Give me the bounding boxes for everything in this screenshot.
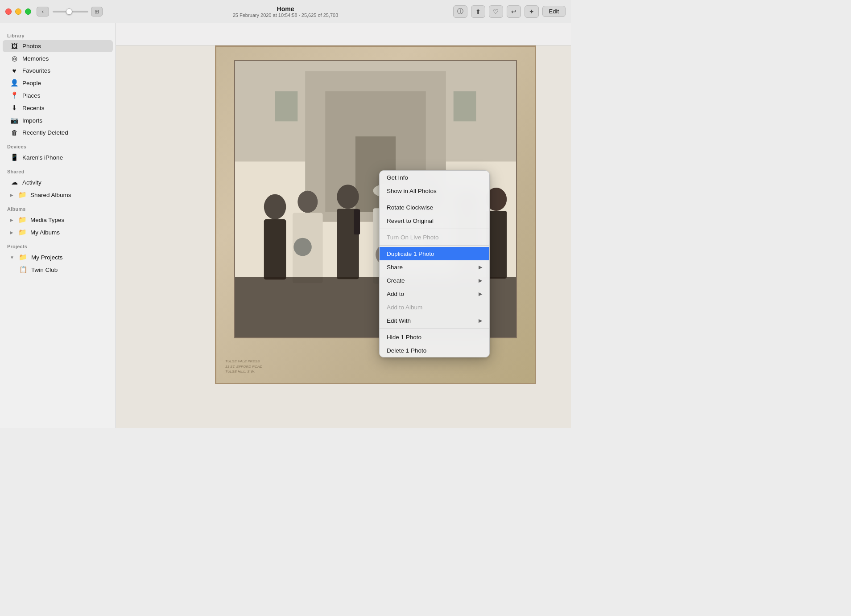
svg-point-5 bbox=[264, 194, 286, 219]
window-subtitle: 25 February 2020 at 10:54:58 · 25,625 of… bbox=[233, 12, 339, 18]
menu-item-duplicate-1-photo[interactable]: Duplicate 1 Photo bbox=[380, 247, 489, 260]
back-button[interactable]: ‹ bbox=[37, 7, 49, 16]
menu-label-rotate-clockwise: Rotate Clockwise bbox=[387, 204, 433, 211]
photo-placeholder: TULSE VALE PRESS 13 ST. EFFORD ROAD TULS… bbox=[116, 23, 571, 428]
nav-buttons: ‹ bbox=[37, 7, 49, 16]
menu-item-edit-with[interactable]: Edit With ▶ bbox=[380, 314, 489, 327]
info-button[interactable]: ⓘ bbox=[453, 5, 467, 18]
sidebar-item-my-projects[interactable]: ▼ 📁 My Projects bbox=[3, 251, 113, 263]
sidebar-label-media-types: Media Types bbox=[30, 217, 64, 223]
sidebar-item-media-types[interactable]: ▶ 📁 Media Types bbox=[3, 214, 113, 226]
main-container: Library 🖼 Photos ◎ Memories ♥ Favourites… bbox=[0, 23, 571, 428]
my-albums-expand-icon: ▶ bbox=[10, 230, 13, 235]
menu-label-add-to-album: Add to Album bbox=[387, 304, 422, 311]
menu-item-add-to[interactable]: Add to ▶ bbox=[380, 287, 489, 300]
albums-section-label: Albums bbox=[0, 201, 116, 214]
menu-item-revert-to-original[interactable]: Revert to Original bbox=[380, 214, 489, 227]
favourites-icon: ♥ bbox=[10, 67, 19, 74]
vintage-photo-label: TULSE VALE PRESS 13 ST. EFFORD ROAD TULS… bbox=[225, 359, 262, 374]
sidebar: Library 🖼 Photos ◎ Memories ♥ Favourites… bbox=[0, 23, 116, 428]
menu-item-share[interactable]: Share ▶ bbox=[380, 260, 489, 274]
memories-icon: ◎ bbox=[10, 54, 19, 62]
menu-separator-4 bbox=[380, 329, 489, 329]
menu-label-add-to: Add to bbox=[387, 291, 404, 297]
projects-section-label: Projects bbox=[0, 238, 116, 251]
menu-label-create: Create bbox=[387, 277, 405, 284]
sidebar-item-twin-club[interactable]: 📋 Twin Club bbox=[3, 263, 113, 276]
menu-separator-1 bbox=[380, 199, 489, 199]
close-button[interactable] bbox=[5, 8, 12, 15]
sidebar-label-my-albums: My Albums bbox=[30, 229, 60, 236]
titlebar: ‹ ⊞ Home 25 February 2020 at 10:54:58 · … bbox=[0, 0, 571, 23]
minimize-button[interactable] bbox=[15, 8, 21, 15]
menu-item-rotate-clockwise[interactable]: Rotate Clockwise bbox=[380, 201, 489, 214]
menu-item-delete-1-photo[interactable]: Delete 1 Photo bbox=[380, 344, 489, 357]
zoom-slider[interactable] bbox=[53, 11, 88, 12]
sidebar-item-activity[interactable]: ☁ Activity bbox=[3, 176, 113, 189]
svg-rect-25 bbox=[275, 91, 298, 122]
shared-albums-icon: 📁 bbox=[18, 191, 27, 199]
sidebar-item-my-albums[interactable]: ▶ 📁 My Albums bbox=[3, 226, 113, 238]
magic-wand-button[interactable]: ✦ bbox=[525, 5, 539, 18]
menu-label-duplicate-1-photo: Duplicate 1 Photo bbox=[387, 251, 434, 257]
menu-item-add-to-album[interactable]: Add to Album bbox=[380, 300, 489, 314]
menu-label-turn-on-live-photo: Turn On Live Photo bbox=[387, 234, 439, 241]
photos-icon: 🖼 bbox=[10, 42, 19, 50]
library-section-label: Library bbox=[0, 28, 116, 40]
menu-label-get-info: Get Info bbox=[387, 174, 408, 181]
sidebar-label-karens-iphone: Karen's iPhone bbox=[22, 154, 63, 161]
photo-area: TULSE VALE PRESS 13 ST. EFFORD ROAD TULS… bbox=[116, 23, 571, 428]
rotate-button[interactable]: ↩ bbox=[507, 5, 521, 18]
sidebar-label-my-projects: My Projects bbox=[31, 254, 63, 261]
menu-label-revert-to-original: Revert to Original bbox=[387, 218, 434, 224]
menu-label-hide-1-photo: Hide 1 Photo bbox=[387, 334, 421, 341]
shared-section-label: Shared bbox=[0, 164, 116, 176]
grid-view-button[interactable]: ⊞ bbox=[91, 7, 103, 16]
maximize-button[interactable] bbox=[25, 8, 31, 15]
sidebar-label-places: Places bbox=[22, 92, 41, 99]
menu-item-get-info[interactable]: Get Info bbox=[380, 171, 489, 184]
share-submenu-arrow: ▶ bbox=[479, 264, 482, 270]
menu-separator-2 bbox=[380, 229, 489, 229]
sidebar-item-favourites[interactable]: ♥ Favourites bbox=[3, 65, 113, 77]
slider-thumb[interactable] bbox=[66, 8, 72, 15]
sidebar-item-imports[interactable]: 📷 Imports bbox=[3, 114, 113, 127]
svg-point-9 bbox=[293, 238, 312, 256]
titlebar-center: Home 25 February 2020 at 10:54:58 · 25,6… bbox=[233, 5, 339, 18]
menu-item-create[interactable]: Create ▶ bbox=[380, 274, 489, 287]
devices-section-label: Devices bbox=[0, 139, 116, 151]
sidebar-item-karens-iphone[interactable]: 📱 Karen's iPhone bbox=[3, 151, 113, 164]
favourite-button[interactable]: ♡ bbox=[489, 5, 503, 18]
sidebar-label-memories: Memories bbox=[22, 55, 49, 62]
traffic-lights bbox=[5, 8, 31, 15]
media-types-expand-icon: ▶ bbox=[10, 218, 13, 222]
media-types-icon: 📁 bbox=[18, 216, 27, 224]
menu-item-hide-1-photo[interactable]: Hide 1 Photo bbox=[380, 330, 489, 344]
sidebar-item-people[interactable]: 👤 People bbox=[3, 77, 113, 89]
toolbar-actions: ⓘ ⬆ ♡ ↩ ✦ Edit bbox=[453, 5, 566, 18]
sidebar-label-photos: Photos bbox=[22, 43, 41, 49]
menu-item-show-in-all-photos[interactable]: Show in All Photos bbox=[380, 184, 489, 197]
sidebar-label-twin-club: Twin Club bbox=[31, 267, 58, 273]
sidebar-item-recents[interactable]: ⬇ Recents bbox=[3, 102, 113, 114]
sidebar-label-recently-deleted: Recently Deleted bbox=[22, 129, 68, 136]
sidebar-item-places[interactable]: 📍 Places bbox=[3, 89, 113, 102]
sidebar-item-photos[interactable]: 🖼 Photos bbox=[3, 40, 113, 52]
twin-club-icon: 📋 bbox=[19, 266, 28, 274]
sidebar-label-activity: Activity bbox=[22, 179, 41, 186]
sidebar-item-recently-deleted[interactable]: 🗑 Recently Deleted bbox=[3, 127, 113, 139]
my-projects-expand-icon: ▼ bbox=[10, 255, 14, 260]
menu-label-delete-1-photo: Delete 1 Photo bbox=[387, 347, 426, 354]
edit-button[interactable]: Edit bbox=[542, 6, 566, 17]
menu-label-edit-with: Edit With bbox=[387, 317, 411, 324]
sidebar-item-shared-albums[interactable]: ▶ 📁 Shared Albums bbox=[3, 189, 113, 201]
create-submenu-arrow: ▶ bbox=[479, 278, 482, 283]
menu-label-show-in-all-photos: Show in All Photos bbox=[387, 188, 437, 194]
people-icon: 👤 bbox=[10, 79, 19, 87]
menu-separator-3 bbox=[380, 245, 489, 246]
share-button[interactable]: ⬆ bbox=[471, 5, 485, 18]
sidebar-item-memories[interactable]: ◎ Memories bbox=[3, 52, 113, 65]
edit-with-submenu-arrow: ▶ bbox=[479, 318, 482, 324]
menu-item-turn-on-live-photo[interactable]: Turn On Live Photo bbox=[380, 230, 489, 244]
svg-rect-6 bbox=[264, 219, 286, 279]
